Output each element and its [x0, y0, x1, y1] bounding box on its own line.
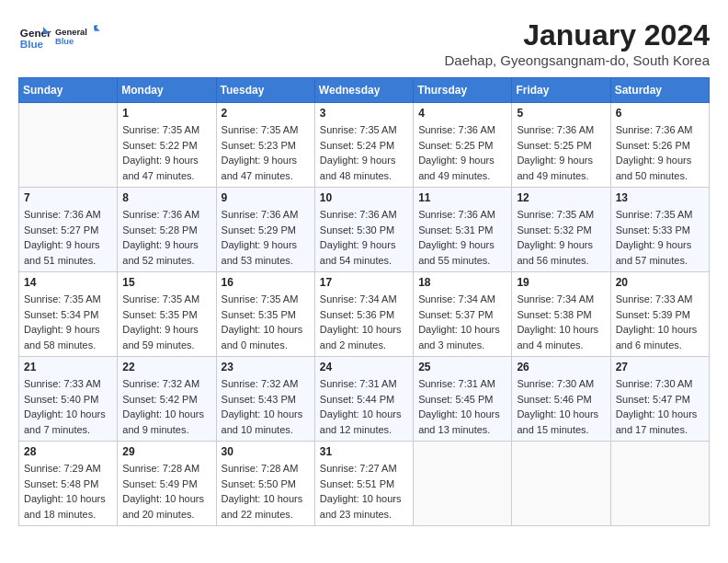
day-detail: Sunset: 5:28 PM: [122, 223, 210, 238]
day-detail: Sunset: 5:26 PM: [616, 138, 704, 154]
day-detail: Sunset: 5:42 PM: [122, 392, 210, 408]
day-number: 5: [517, 107, 605, 120]
calendar-cell: 27Sunrise: 7:30 AMSunset: 5:47 PMDayligh…: [610, 357, 709, 442]
calendar-cell: 18Sunrise: 7:34 AMSunset: 5:37 PMDayligh…: [414, 272, 512, 357]
day-info: Sunrise: 7:35 AMSunset: 5:34 PMDaylight:…: [24, 292, 112, 352]
day-detail: Daylight: 10 hours and 15 minutes.: [517, 407, 605, 437]
day-info: Sunrise: 7:36 AMSunset: 5:29 PMDaylight:…: [222, 207, 310, 268]
calendar-cell: 22Sunrise: 7:32 AMSunset: 5:42 PMDayligh…: [118, 357, 216, 442]
day-info: Sunrise: 7:32 AMSunset: 5:43 PMDaylight:…: [222, 376, 310, 437]
day-detail: Daylight: 9 hours and 56 minutes.: [517, 237, 605, 268]
calendar-cell: 19Sunrise: 7:34 AMSunset: 5:38 PMDayligh…: [512, 272, 610, 357]
calendar-cell: 17Sunrise: 7:34 AMSunset: 5:36 PMDayligh…: [314, 272, 413, 357]
day-detail: Daylight: 9 hours and 49 minutes.: [418, 153, 506, 183]
day-number: 16: [222, 276, 310, 289]
calendar-cell: [19, 103, 118, 188]
calendar-cell: 5Sunrise: 7:36 AMSunset: 5:25 PMDaylight…: [512, 103, 610, 188]
month-title: January 2024: [444, 18, 710, 52]
day-detail: Sunset: 5:39 PM: [616, 307, 704, 323]
day-info: Sunrise: 7:30 AMSunset: 5:46 PMDaylight:…: [517, 376, 605, 437]
day-detail: Daylight: 9 hours and 57 minutes.: [616, 237, 704, 268]
location-subtitle: Daehap, Gyeongsangnam-do, South Korea: [444, 52, 710, 68]
day-number: 29: [122, 445, 210, 458]
day-detail: Sunset: 5:25 PM: [517, 138, 605, 154]
svg-text:General: General: [55, 28, 87, 37]
day-detail: Sunrise: 7:27 AM: [320, 461, 408, 477]
logo-bird-icon: General Blue: [55, 18, 101, 55]
day-detail: Sunrise: 7:30 AM: [616, 376, 704, 392]
day-info: Sunrise: 7:29 AMSunset: 5:48 PMDaylight:…: [24, 461, 112, 522]
day-number: 2: [222, 107, 310, 120]
day-info: Sunrise: 7:33 AMSunset: 5:40 PMDaylight:…: [24, 376, 112, 437]
day-number: 9: [222, 191, 310, 204]
day-detail: Sunrise: 7:33 AM: [616, 292, 704, 307]
day-info: Sunrise: 7:34 AMSunset: 5:37 PMDaylight:…: [418, 292, 506, 352]
calendar-week-row: 28Sunrise: 7:29 AMSunset: 5:48 PMDayligh…: [19, 442, 710, 526]
day-detail: Daylight: 9 hours and 47 minutes.: [222, 153, 310, 183]
day-info: Sunrise: 7:36 AMSunset: 5:25 PMDaylight:…: [418, 122, 506, 183]
day-detail: Sunrise: 7:28 AM: [122, 461, 210, 477]
day-of-week-header: Friday: [512, 78, 610, 103]
day-of-week-header: Monday: [118, 78, 216, 103]
day-info: Sunrise: 7:36 AMSunset: 5:25 PMDaylight:…: [517, 122, 605, 183]
calendar-header-row: SundayMondayTuesdayWednesdayThursdayFrid…: [19, 78, 710, 103]
day-info: Sunrise: 7:28 AMSunset: 5:50 PMDaylight:…: [222, 461, 310, 522]
calendar-cell: 14Sunrise: 7:35 AMSunset: 5:34 PMDayligh…: [19, 272, 118, 357]
day-detail: Sunrise: 7:36 AM: [122, 207, 210, 223]
day-detail: Daylight: 10 hours and 13 minutes.: [418, 407, 506, 437]
calendar-cell: 29Sunrise: 7:28 AMSunset: 5:49 PMDayligh…: [118, 442, 216, 526]
day-detail: Sunrise: 7:35 AM: [122, 292, 210, 307]
day-detail: Sunrise: 7:36 AM: [418, 122, 506, 138]
day-detail: Daylight: 10 hours and 0 minutes.: [222, 322, 310, 352]
day-detail: Sunrise: 7:35 AM: [517, 207, 605, 223]
day-detail: Daylight: 10 hours and 20 minutes.: [122, 491, 210, 522]
day-info: Sunrise: 7:35 AMSunset: 5:23 PMDaylight:…: [222, 122, 310, 183]
calendar-cell: 9Sunrise: 7:36 AMSunset: 5:29 PMDaylight…: [216, 188, 314, 272]
day-number: 26: [517, 361, 605, 373]
day-detail: Sunset: 5:43 PM: [222, 392, 310, 408]
day-number: 31: [320, 445, 408, 458]
day-detail: Sunrise: 7:36 AM: [517, 122, 605, 138]
day-detail: Daylight: 9 hours and 47 minutes.: [122, 153, 210, 183]
day-number: 21: [24, 361, 112, 373]
day-number: 12: [517, 191, 605, 204]
day-detail: Daylight: 9 hours and 48 minutes.: [320, 153, 408, 183]
day-info: Sunrise: 7:36 AMSunset: 5:30 PMDaylight:…: [320, 207, 408, 268]
day-detail: Sunset: 5:23 PM: [222, 138, 310, 154]
day-detail: Daylight: 9 hours and 54 minutes.: [320, 237, 408, 268]
day-detail: Sunrise: 7:32 AM: [122, 376, 210, 392]
day-info: Sunrise: 7:31 AMSunset: 5:44 PMDaylight:…: [320, 376, 408, 437]
day-number: 10: [320, 191, 408, 204]
day-detail: Daylight: 10 hours and 17 minutes.: [616, 407, 704, 437]
day-detail: Sunset: 5:31 PM: [418, 223, 506, 238]
calendar-cell: 20Sunrise: 7:33 AMSunset: 5:39 PMDayligh…: [610, 272, 709, 357]
day-detail: Sunrise: 7:28 AM: [222, 461, 310, 477]
day-detail: Sunset: 5:29 PM: [222, 223, 310, 238]
day-number: 20: [616, 276, 704, 289]
day-detail: Daylight: 9 hours and 50 minutes.: [616, 153, 704, 183]
calendar-cell: 13Sunrise: 7:35 AMSunset: 5:33 PMDayligh…: [610, 188, 709, 272]
day-detail: Sunset: 5:48 PM: [24, 477, 112, 492]
day-detail: Sunset: 5:36 PM: [320, 307, 408, 323]
day-info: Sunrise: 7:36 AMSunset: 5:28 PMDaylight:…: [122, 207, 210, 268]
day-detail: Daylight: 9 hours and 59 minutes.: [122, 322, 210, 352]
svg-text:Blue: Blue: [55, 37, 74, 46]
day-detail: Sunset: 5:35 PM: [122, 307, 210, 323]
calendar-cell: 11Sunrise: 7:36 AMSunset: 5:31 PMDayligh…: [414, 188, 512, 272]
day-info: Sunrise: 7:33 AMSunset: 5:39 PMDaylight:…: [616, 292, 704, 352]
day-detail: Sunset: 5:44 PM: [320, 392, 408, 408]
calendar-cell: [414, 442, 512, 526]
day-detail: Sunrise: 7:31 AM: [320, 376, 408, 392]
day-detail: Sunrise: 7:31 AM: [418, 376, 506, 392]
day-detail: Daylight: 10 hours and 4 minutes.: [517, 322, 605, 352]
day-detail: Sunrise: 7:36 AM: [222, 207, 310, 223]
calendar-cell: 25Sunrise: 7:31 AMSunset: 5:45 PMDayligh…: [414, 357, 512, 442]
day-detail: Daylight: 9 hours and 52 minutes.: [122, 237, 210, 268]
calendar-cell: 15Sunrise: 7:35 AMSunset: 5:35 PMDayligh…: [118, 272, 216, 357]
day-of-week-header: Tuesday: [216, 78, 314, 103]
day-detail: Sunset: 5:24 PM: [320, 138, 408, 154]
logo-icon: General Blue: [18, 20, 51, 53]
day-of-week-header: Saturday: [610, 78, 709, 103]
day-number: 1: [122, 107, 210, 120]
calendar-cell: [512, 442, 610, 526]
